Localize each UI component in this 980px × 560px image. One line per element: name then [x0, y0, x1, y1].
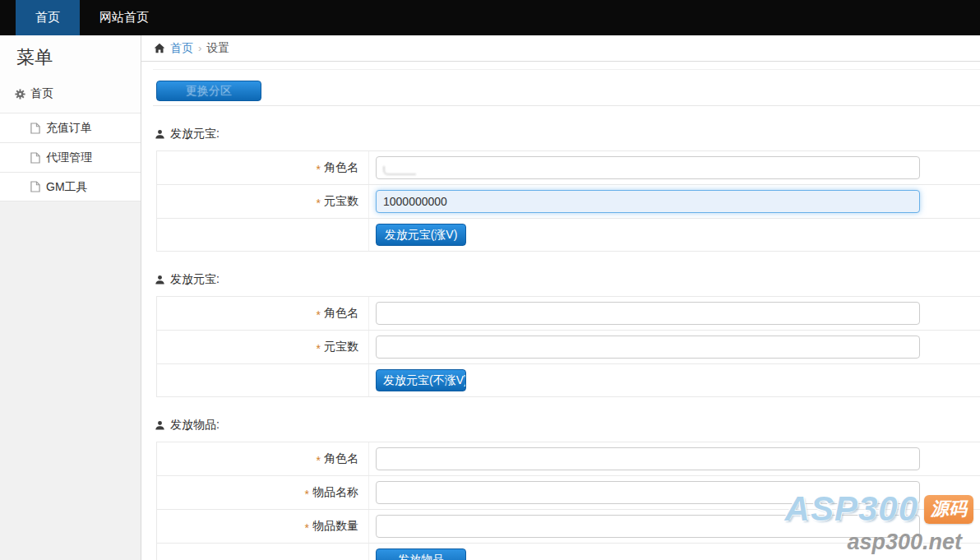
tab-website-home[interactable]: 网站首页 [80, 0, 169, 35]
issue-yuanbao-vip-button[interactable]: 发放元宝(涨V) [376, 224, 466, 246]
section-title: 发放物品: [155, 418, 980, 433]
gear-icon [15, 89, 25, 100]
sidebar-item-recharge-orders[interactable]: 充值订单 [0, 113, 141, 142]
form-row: 发放元宝(不涨V) [157, 364, 980, 397]
document-icon [30, 181, 40, 192]
sidebar-menu: 充值订单 代理管理 GM工具 [0, 113, 141, 201]
form-row: 角色名 [157, 297, 980, 331]
tab-home[interactable]: 首页 [16, 0, 80, 35]
form-row: 元宝数 [157, 185, 980, 219]
form-table: 角色名 物品名称 物品数量 [156, 442, 980, 560]
breadcrumb-separator: › [198, 42, 201, 54]
sidebar-item-gm-tools[interactable]: GM工具 [0, 172, 141, 201]
document-icon [30, 152, 40, 164]
field-label: 角色名 [157, 442, 369, 475]
change-zone-button[interactable]: 更换分区 [156, 81, 261, 101]
main-panel: 更换分区 发放元宝: 角色名 [141, 62, 980, 560]
issue-yuanbao-novip-section: 发放元宝: 角色名 元宝数 [153, 272, 980, 397]
role-name-input-2[interactable] [376, 302, 920, 325]
user-icon [155, 420, 165, 431]
sidebar-item-label: 充值订单 [46, 113, 92, 142]
field-label: 角色名 [157, 151, 369, 184]
form-row: 物品数量 [157, 510, 980, 544]
form-table: 角色名 元宝数 发放元宝(不涨V) [156, 296, 980, 397]
breadcrumb-current: 设置 [206, 41, 229, 56]
role-name-input-1[interactable] [376, 156, 920, 179]
issue-yuanbao-vip-section: 发放元宝: 角色名 元宝数 [153, 127, 980, 252]
form-row: 角色名 [157, 442, 980, 476]
user-icon [155, 275, 165, 285]
item-name-input[interactable] [376, 481, 920, 504]
zone-selector-bar: 更换分区 [153, 69, 980, 106]
role-name-input-3[interactable] [376, 447, 920, 470]
item-quantity-input[interactable] [376, 515, 920, 538]
sidebar-item-home[interactable]: 首页 [0, 81, 141, 113]
user-icon [155, 129, 165, 140]
field-label: 物品名称 [157, 476, 369, 509]
form-table: 角色名 元宝数 [156, 150, 980, 252]
sidebar-home-label: 首页 [30, 86, 53, 101]
sidebar-item-label: 代理管理 [46, 143, 92, 172]
yuanbao-amount-input-1[interactable] [376, 190, 920, 213]
field-label: 元宝数 [157, 185, 369, 218]
issue-yuanbao-novip-button[interactable]: 发放元宝(不涨V) [376, 369, 466, 391]
breadcrumb-home-link[interactable]: 首页 [170, 41, 193, 56]
field-label: 角色名 [157, 297, 369, 330]
sidebar-item-agent-management[interactable]: 代理管理 [0, 142, 141, 172]
sidebar: 菜单 首页 充值订单 [0, 35, 141, 560]
sidebar-title: 菜单 [0, 35, 141, 81]
home-icon [154, 43, 165, 53]
form-row: 元宝数 [157, 331, 980, 364]
top-navbar: 首页 网站首页 [0, 0, 980, 35]
field-label: 物品数量 [157, 510, 369, 543]
form-row: 发放元宝(涨V) [157, 219, 980, 252]
sidebar-item-label: GM工具 [46, 173, 88, 201]
issue-items-button[interactable]: 发放物品 [376, 548, 466, 560]
form-row: 发放物品 [157, 544, 980, 560]
issue-items-section: 发放物品: 角色名 物品名称 [153, 418, 980, 560]
sidebar-background [0, 201, 141, 560]
section-title: 发放元宝: [155, 272, 980, 287]
document-icon [30, 123, 40, 134]
field-label: 元宝数 [157, 331, 369, 363]
form-row: 物品名称 [157, 476, 980, 510]
section-title: 发放元宝: [155, 127, 980, 141]
form-row: 角色名 [157, 151, 980, 185]
yuanbao-amount-input-2[interactable] [376, 336, 920, 359]
breadcrumb: 首页 › 设置 [141, 35, 980, 62]
